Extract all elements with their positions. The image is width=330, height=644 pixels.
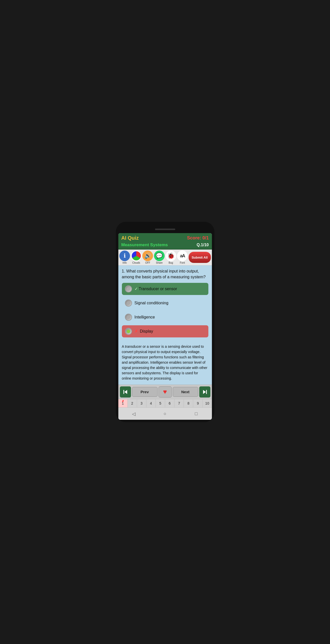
qnum-cell-9[interactable]: 9 — [193, 399, 203, 407]
svg-marker-3 — [203, 390, 206, 394]
explanation-text: A transducer or a sensor is a sensing de… — [118, 341, 212, 385]
last-question-button[interactable] — [199, 386, 210, 398]
radio-b — [125, 300, 132, 307]
toolbar-bug[interactable]: 🐞 Bug — [165, 251, 176, 264]
share-icon: 💬 — [154, 251, 165, 261]
qnum-cell-8[interactable]: 8 — [184, 399, 193, 407]
info-icon: ℹ — [119, 251, 130, 261]
skip-forward-icon — [202, 389, 208, 395]
toolbar-share[interactable]: 💬 Share — [154, 251, 165, 264]
system-navigation: ◁ ○ □ — [118, 407, 212, 420]
radio-b-inner — [127, 301, 130, 305]
svg-marker-1 — [124, 390, 127, 394]
share-label: Share — [156, 261, 163, 264]
option-b-text: Signal conditioning — [135, 301, 168, 305]
subject-title: Measurement Systems — [121, 242, 168, 247]
home-button[interactable]: ○ — [161, 410, 169, 418]
submit-all-button[interactable]: Submit All — [189, 252, 211, 263]
option-a-text: ✓Transducer or sensor — [135, 286, 177, 291]
first-question-button[interactable] — [120, 386, 131, 398]
radio-d-selected — [127, 330, 130, 333]
toolbar-clouds[interactable]: Clouds — [131, 251, 142, 264]
radio-a — [125, 285, 132, 292]
back-button[interactable]: ◁ — [130, 410, 138, 418]
option-c[interactable]: Intelligence — [122, 311, 208, 323]
toolbar-sound[interactable]: 🔊 OFF — [142, 251, 153, 264]
sound-icon: 🔊 — [142, 251, 153, 261]
svg-rect-2 — [206, 390, 207, 394]
heart-icon: ♥ — [163, 388, 167, 396]
wrong-mark-1: ✗ — [122, 400, 124, 403]
sound-label: OFF — [145, 261, 150, 264]
question-number-display: Q.1/10 — [196, 243, 209, 247]
radio-c — [125, 314, 132, 321]
toolbar: ℹ Info Clouds 🔊 OFF 💬 Share 🐞 Bug — [118, 250, 212, 265]
toolbar-info[interactable]: ℹ Info — [119, 251, 130, 264]
app-container: AI Quiz Score: 0/1 Measurement Systems Q… — [118, 233, 212, 420]
checkmark-a: ✓ — [135, 287, 138, 291]
qnum-cell-5[interactable]: 5 — [156, 399, 165, 407]
favorite-button[interactable]: ♥ — [159, 386, 172, 398]
option-c-text: Intelligence — [135, 315, 155, 319]
option-d-text: ✗ Display — [135, 329, 153, 334]
bug-label: Bug — [169, 261, 173, 264]
crossmark-d: ✗ — [135, 329, 138, 333]
question-number-row: ✗ 1 2 3 4 5 6 7 8 9 10 — [118, 399, 212, 407]
toolbar-font[interactable]: aA Font — [177, 251, 188, 264]
qnum-cell-4[interactable]: 4 — [146, 399, 156, 407]
option-a[interactable]: ✓Transducer or sensor — [122, 283, 208, 295]
qnum-cell-10[interactable]: 10 — [203, 399, 212, 407]
font-icon: aA — [177, 251, 188, 261]
qnum-cell-3[interactable]: 3 — [137, 399, 146, 407]
next-button[interactable]: Next — [173, 387, 198, 397]
clouds-icon — [131, 251, 142, 261]
option-d[interactable]: ✗ Display — [122, 325, 208, 337]
skip-back-icon — [122, 389, 128, 395]
prev-button[interactable]: Prev — [132, 387, 158, 397]
radio-d — [125, 328, 132, 335]
phone-frame: AI Quiz Score: 0/1 Measurement Systems Q… — [116, 222, 214, 422]
bug-icon: 🐞 — [166, 251, 176, 261]
question-area: 1. What converts physical input into out… — [118, 265, 212, 341]
qnum-cell-7[interactable]: 7 — [174, 399, 184, 407]
info-label: Info — [122, 261, 127, 264]
clouds-label: Clouds — [132, 261, 140, 264]
header-subtitle: Measurement Systems Q.1/10 — [118, 242, 212, 250]
option-b[interactable]: Signal conditioning — [122, 297, 208, 309]
notch — [155, 229, 175, 230]
font-label: Font — [180, 261, 185, 264]
recent-button[interactable]: □ — [192, 410, 200, 418]
radio-a-inner — [127, 287, 130, 291]
svg-rect-0 — [123, 390, 124, 394]
question-text: 1. What converts physical input into out… — [122, 268, 208, 280]
qnum-cell-6[interactable]: 6 — [165, 399, 174, 407]
navigation-bar: Prev ♥ Next — [118, 385, 212, 399]
qnum-cell-2[interactable]: 2 — [128, 399, 137, 407]
radio-c-inner — [127, 315, 130, 319]
app-title: AI Quiz — [121, 235, 139, 241]
header-top: AI Quiz Score: 0/1 — [118, 233, 212, 242]
status-bar — [118, 227, 212, 232]
score-display: Score: 0/1 — [187, 235, 209, 241]
qnum-cell-1[interactable]: ✗ 1 — [118, 399, 128, 407]
